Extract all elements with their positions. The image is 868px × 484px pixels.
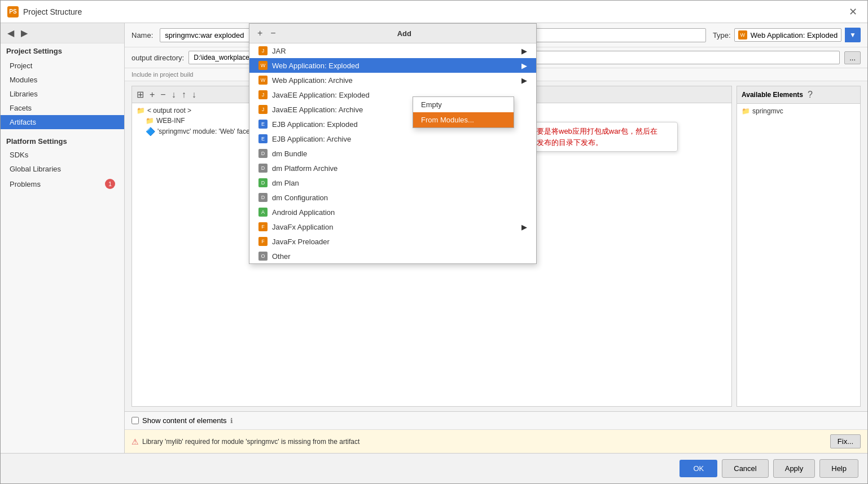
- dropdown-item-dm-config[interactable]: D dm Configuration: [249, 190, 536, 205]
- dropdown-android-label: Android Application: [272, 208, 335, 217]
- dropdown-other-label: Other: [272, 252, 291, 261]
- javafx-app-arrow: ▶: [521, 223, 527, 231]
- apply-button[interactable]: Apply: [773, 459, 816, 478]
- fix-button[interactable]: Fix...: [830, 434, 861, 448]
- sidebar-item-project[interactable]: Project: [1, 59, 124, 73]
- sidebar-item-sdks[interactable]: SDKs: [1, 148, 124, 162]
- browse-button[interactable]: ...: [844, 51, 861, 64]
- layout-down-btn[interactable]: ↓: [169, 88, 178, 101]
- title-bar: PS Project Structure ✕: [1, 1, 867, 23]
- dropdown-item-javafx-preloader[interactable]: F JavaFx Preloader: [249, 234, 536, 249]
- dropdown-item-webapp-exploded[interactable]: W Web Application: Exploded ▶: [249, 58, 536, 73]
- dm-config-icon: D: [258, 193, 268, 202]
- sidebar-item-global-libraries[interactable]: Global Libraries: [1, 162, 124, 176]
- dropdown-javafx-app-label: JavaFx Application: [272, 223, 333, 231]
- dropdown-javaee-archive-label: JavaEE Application: Archive: [272, 105, 363, 114]
- dm-bundle-icon: D: [258, 149, 268, 158]
- available-elements-header: Available Elements ?: [737, 86, 860, 104]
- webapp-exploded-arrow: ▶: [521, 61, 527, 70]
- layout-add-btn[interactable]: +: [147, 88, 157, 101]
- type-dropdown-arrow[interactable]: ▼: [845, 28, 861, 42]
- show-content-checkbox[interactable]: [131, 417, 139, 424]
- sidebar: ◀ ▶ Project Settings Project Modules Lib…: [1, 23, 125, 453]
- app-icon: PS: [7, 6, 19, 17]
- sub-item-empty-label: Empty: [421, 100, 442, 109]
- project-settings-header: Project Settings: [1, 43, 124, 59]
- layout-remove-btn[interactable]: −: [158, 88, 168, 101]
- dm-plan-icon: D: [258, 178, 268, 187]
- javafx-preloader-icon: F: [258, 237, 268, 246]
- javafx-app-icon: F: [258, 222, 268, 231]
- root-folder-icon: 📁: [137, 107, 145, 115]
- include-test-label: Include in project build: [131, 71, 193, 78]
- add-dropdown: + − Add J JAR ▶ W Web Application: Explo…: [249, 23, 537, 264]
- available-springmvc-label: springmvc: [752, 107, 783, 115]
- dropdown-item-dm-plan[interactable]: D dm Plan: [249, 175, 536, 190]
- sub-dropdown: Empty From Modules...: [413, 96, 514, 128]
- title-bar-left: PS Project Structure: [7, 6, 82, 17]
- webapp-archive-arrow: ▶: [521, 76, 527, 85]
- webapp-archive-icon: W: [258, 76, 268, 85]
- ejb-archive-icon: E: [258, 134, 268, 143]
- dropdown-add-label: Add: [278, 29, 531, 38]
- sidebar-item-facets[interactable]: Facets: [1, 101, 124, 115]
- problems-row[interactable]: Problems 1: [1, 176, 124, 192]
- available-elements-panel: Available Elements ? 📁 springmvc: [737, 86, 861, 407]
- dropdown-ejb-archive-label: EJB Application: Archive: [272, 135, 351, 143]
- tree-webinf-label: WEB-INF: [156, 117, 185, 125]
- dropdown-remove-btn[interactable]: −: [268, 27, 278, 39]
- dropdown-item-dm-platform[interactable]: D dm Platform Archive: [249, 161, 536, 175]
- nav-back-button[interactable]: ◀: [5, 27, 16, 39]
- error-row: ⚠ Library 'mylib' required for module 's…: [125, 429, 867, 453]
- dropdown-item-webapp-archive[interactable]: W Web Application: Archive ▶: [249, 73, 536, 87]
- webapp-exploded-icon: W: [258, 61, 268, 70]
- ejb-exploded-icon: E: [258, 120, 268, 129]
- dm-platform-icon: D: [258, 164, 268, 173]
- available-elements-help[interactable]: ?: [805, 89, 815, 101]
- webinf-folder-icon: 📁: [146, 117, 154, 125]
- dropdown-item-jar[interactable]: J JAR ▶: [249, 43, 536, 58]
- help-button[interactable]: Help: [819, 459, 858, 478]
- ok-button[interactable]: OK: [680, 460, 717, 477]
- other-icon: O: [258, 252, 268, 261]
- layout-grid-btn[interactable]: ⊞: [134, 88, 146, 101]
- dropdown-add-btn[interactable]: +: [255, 27, 265, 39]
- sub-item-empty[interactable]: Empty: [413, 97, 514, 112]
- sidebar-item-modules[interactable]: Modules: [1, 73, 124, 87]
- type-dropdown[interactable]: W Web Application: Exploded: [734, 28, 841, 42]
- nav-arrows: ◀ ▶: [1, 23, 124, 43]
- main-content: ◀ ▶ Project Settings Project Modules Lib…: [1, 23, 867, 453]
- dropdown-add-btns: + −: [255, 27, 278, 39]
- cancel-button[interactable]: Cancel: [722, 459, 768, 478]
- type-section: Type: W Web Application: Exploded ▼: [713, 28, 861, 42]
- show-content-row: Show content of elements ℹ: [125, 411, 867, 429]
- show-content-help: ℹ: [230, 417, 233, 425]
- sub-item-from-modules-label: From Modules...: [421, 116, 474, 124]
- available-springmvc[interactable]: 📁 springmvc: [739, 106, 858, 116]
- sidebar-item-artifacts[interactable]: Artifacts: [1, 115, 124, 129]
- type-icon: W: [738, 30, 747, 39]
- layout-down2-btn[interactable]: ↓: [190, 88, 199, 101]
- available-tree: 📁 springmvc: [737, 104, 860, 406]
- jar-icon: J: [258, 46, 268, 55]
- output-dir-label: output directory:: [131, 54, 184, 62]
- nav-forward-button[interactable]: ▶: [19, 27, 30, 39]
- dropdown-item-dm-bundle[interactable]: D dm Bundle: [249, 146, 536, 161]
- dropdown-dm-plan-label: dm Plan: [272, 179, 299, 187]
- dropdown-item-javafx-app[interactable]: F JavaFx Application ▶: [249, 219, 536, 234]
- sub-item-from-modules[interactable]: From Modules...: [413, 112, 514, 127]
- dropdown-dm-bundle-label: dm Bundle: [272, 149, 307, 158]
- dropdown-item-android[interactable]: A Android Application: [249, 205, 536, 219]
- dropdown-item-other[interactable]: O Other: [249, 249, 536, 263]
- dropdown-webapp-archive-label: Web Application: Archive: [272, 76, 353, 85]
- layout-up-btn[interactable]: ↑: [179, 88, 188, 101]
- sidebar-item-libraries[interactable]: Libraries: [1, 87, 124, 101]
- bottom-bar: OK Cancel Apply Help: [1, 453, 867, 483]
- dropdown-javafx-preloader-label: JavaFx Preloader: [272, 237, 330, 246]
- dropdown-jar-label: JAR: [272, 47, 286, 55]
- project-structure-dialog: PS Project Structure ✕ ◀ ▶ Project Setti…: [0, 0, 868, 484]
- springmvc-folder-icon: 📁: [742, 107, 750, 115]
- dropdown-item-ejb-archive[interactable]: E EJB Application: Archive: [249, 131, 536, 146]
- close-button[interactable]: ✕: [845, 5, 861, 19]
- jar-arrow: ▶: [521, 47, 527, 55]
